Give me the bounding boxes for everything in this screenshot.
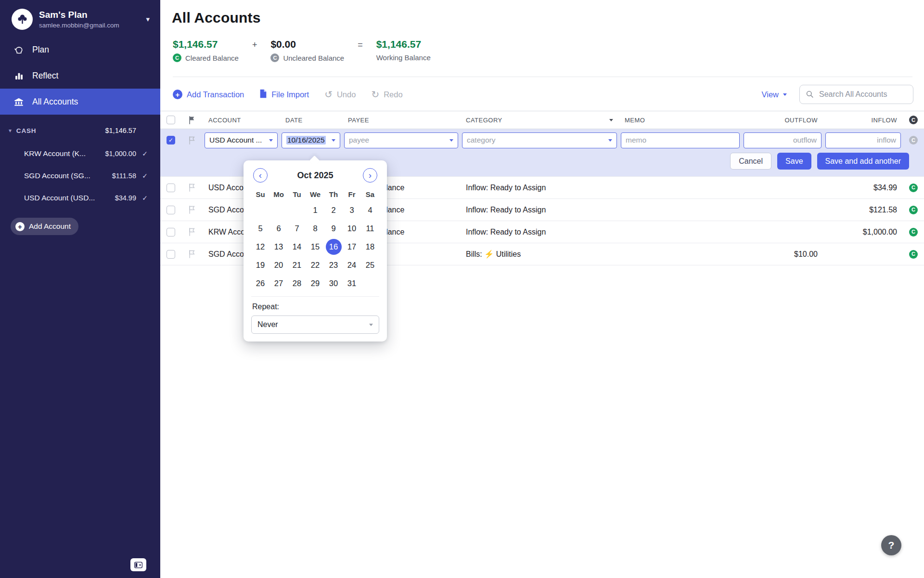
file-import-button[interactable]: File Import xyxy=(259,89,309,100)
collapse-sidebar-icon xyxy=(134,562,142,568)
cell-inflow: $121.58 xyxy=(823,206,903,214)
calendar-day[interactable]: 27 xyxy=(271,276,287,291)
sidebar-account-krw[interactable]: KRW Account (K... $1,000.00 ✓ xyxy=(0,143,160,165)
row-checkbox[interactable] xyxy=(167,184,175,192)
cash-section-header[interactable]: ▾ CASH $1,146.57 xyxy=(0,118,160,143)
plan-avatar-tree-icon xyxy=(12,9,33,30)
calendar-day[interactable]: 25 xyxy=(362,257,378,273)
header-outflow[interactable]: OUTFLOW xyxy=(742,117,823,124)
sidebar-account-sgd[interactable]: SGD Account (SG... $111.58 ✓ xyxy=(0,165,160,187)
save-button[interactable]: Save xyxy=(777,153,811,170)
category-placeholder: category xyxy=(467,136,605,144)
memo-input[interactable]: memo xyxy=(621,132,740,148)
row-checkbox[interactable] xyxy=(167,250,175,259)
calendar-day[interactable]: 18 xyxy=(362,239,378,255)
header-inflow[interactable]: INFLOW xyxy=(823,117,903,124)
select-all-checkbox[interactable] xyxy=(167,116,175,124)
sidebar-nav: Plan Reflect xyxy=(0,37,160,115)
plan-switcher[interactable]: Sam's Plan samlee.mobbin@gmail.com ▾ xyxy=(0,0,160,37)
calendar-day[interactable]: 19 xyxy=(253,257,269,273)
flag-icon[interactable] xyxy=(181,206,203,214)
sidebar-item-reflect[interactable]: Reflect xyxy=(0,63,160,89)
calendar-day[interactable]: 9 xyxy=(326,221,342,236)
view-dropdown[interactable]: View xyxy=(759,90,790,100)
flag-icon[interactable] xyxy=(181,250,203,258)
header-payee[interactable]: PAYEE xyxy=(342,117,460,124)
calendar-day[interactable]: 21 xyxy=(289,257,305,273)
calendar-day[interactable]: 5 xyxy=(253,221,269,236)
repeat-select[interactable]: Never xyxy=(251,315,379,334)
calendar-day[interactable]: 8 xyxy=(308,221,323,236)
row-checkbox-checked[interactable]: ✓ xyxy=(167,136,175,144)
calendar-day[interactable]: 20 xyxy=(271,257,287,273)
date-input[interactable]: 10/16/2025 xyxy=(282,132,340,148)
collapse-sidebar-button[interactable] xyxy=(130,558,146,571)
cleared-icon: C xyxy=(173,53,181,62)
calendar-day[interactable]: 3 xyxy=(344,202,360,218)
chevron-down-icon xyxy=(369,324,373,326)
calendar-day[interactable]: 4 xyxy=(362,202,378,218)
calendar-day[interactable]: 7 xyxy=(289,221,305,236)
row-checkbox[interactable] xyxy=(167,206,175,214)
calendar-day[interactable]: 14 xyxy=(289,239,305,255)
calendar-day[interactable]: 11 xyxy=(362,221,378,236)
calendar-day[interactable]: 6 xyxy=(271,221,287,236)
payee-select[interactable]: payee xyxy=(344,132,458,148)
add-transaction-button[interactable]: + Add Transaction xyxy=(173,90,244,99)
add-transaction-label: Add Transaction xyxy=(187,90,244,99)
help-button[interactable]: ? xyxy=(881,535,901,555)
plan-name: Sam's Plan xyxy=(39,10,119,20)
add-account-button[interactable]: + Add Account xyxy=(11,218,78,235)
sidebar-item-all-accounts[interactable]: All Accounts xyxy=(0,89,160,115)
undo-button[interactable]: ↺ Undo xyxy=(324,90,356,99)
cleared-icon[interactable]: C xyxy=(909,228,918,236)
cash-section-label: CASH xyxy=(16,127,36,134)
calendar-day[interactable]: 2 xyxy=(326,202,342,218)
redo-button[interactable]: ↻ Redo xyxy=(371,90,402,99)
plan-meta: Sam's Plan samlee.mobbin@gmail.com xyxy=(39,10,119,29)
cleared-icon[interactable]: C xyxy=(909,184,918,192)
calendar-day[interactable]: 12 xyxy=(253,239,269,255)
calendar-day[interactable]: 16 xyxy=(326,239,342,255)
flag-icon[interactable] xyxy=(181,136,203,144)
outflow-input[interactable]: outflow xyxy=(744,132,821,148)
calendar-day[interactable]: 31 xyxy=(344,276,360,291)
calendar-day[interactable]: 30 xyxy=(326,276,342,291)
flag-icon[interactable] xyxy=(181,184,203,192)
cell-category: Inflow: Ready to Assign xyxy=(460,184,619,192)
sidebar-account-usd[interactable]: USD Account (USD... $34.99 ✓ xyxy=(0,187,160,209)
header-category[interactable]: CATEGORY xyxy=(460,117,619,124)
account-select[interactable]: USD Account ... xyxy=(205,132,278,148)
header-date[interactable]: DATE xyxy=(280,117,342,124)
previous-month-button[interactable]: ‹ xyxy=(253,168,268,183)
calendar-day[interactable]: 23 xyxy=(326,257,342,273)
calendar-day[interactable]: 22 xyxy=(308,257,323,273)
calendar-day[interactable]: 13 xyxy=(271,239,287,255)
row-checkbox[interactable] xyxy=(167,228,175,236)
flag-icon[interactable] xyxy=(181,228,203,236)
inflow-input[interactable]: inflow xyxy=(825,132,901,148)
save-and-add-another-button[interactable]: Save and add another xyxy=(817,153,909,170)
header-account[interactable]: ACCOUNT xyxy=(203,117,280,124)
calendar-day[interactable]: 17 xyxy=(344,239,360,255)
calendar-day[interactable]: 28 xyxy=(289,276,305,291)
cell-category: Bills: ⚡ Utilities xyxy=(460,250,619,259)
calendar-month-label: Oct 2025 xyxy=(297,171,333,181)
nav-label: All Accounts xyxy=(32,97,78,107)
sidebar-item-plan[interactable]: Plan xyxy=(0,37,160,63)
category-select[interactable]: category xyxy=(462,132,617,148)
next-month-button[interactable]: › xyxy=(363,168,377,183)
calendar-day[interactable]: 29 xyxy=(308,276,323,291)
cleared-icon[interactable]: C xyxy=(909,206,918,214)
calendar-day[interactable]: 24 xyxy=(344,257,360,273)
header-memo[interactable]: MEMO xyxy=(619,117,742,124)
cleared-icon[interactable]: C xyxy=(909,250,918,259)
chevron-down-icon xyxy=(608,139,612,142)
calendar-day[interactable]: 10 xyxy=(344,221,360,236)
cancel-button[interactable]: Cancel xyxy=(730,153,771,170)
cleared-toggle[interactable]: C xyxy=(909,136,918,144)
calendar-day[interactable]: 26 xyxy=(253,276,269,291)
search-input[interactable] xyxy=(799,85,913,104)
calendar-day[interactable]: 15 xyxy=(308,239,323,255)
calendar-day[interactable]: 1 xyxy=(308,202,323,218)
